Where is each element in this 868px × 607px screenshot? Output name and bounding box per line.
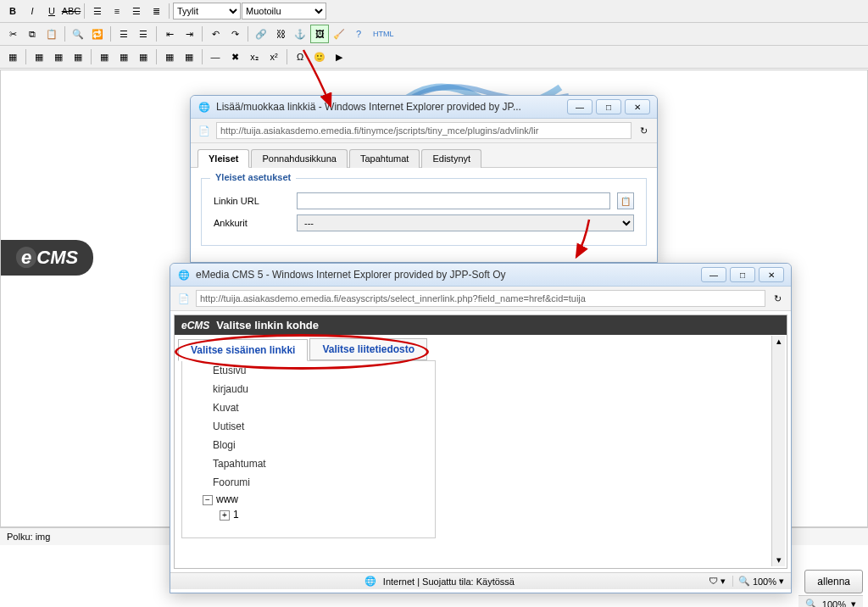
tab-popup[interactable]: Ponnahdusikkuna [251,149,347,168]
status-text: Internet | Suojattu tila: Käytössä [383,576,515,587]
copy-button[interactable]: ⧉ [23,25,42,43]
table-split-button[interactable]: ▦ [180,47,198,66]
page-icon: 📄 [177,292,191,305]
redo-button[interactable]: ↷ [225,25,244,43]
refresh-icon[interactable]: ↻ [637,124,650,137]
page-zoom[interactable]: 🔍 100% ▾ [798,595,863,607]
refresh-icon[interactable]: ↻ [771,292,784,305]
editor-toolbar-row1: B I U ABC ☰ ≡ ☰ ≣ Tyylit Muotoilu [0,0,868,23]
format-select[interactable]: Muotoilu [242,3,326,19]
link-dialog: 🌐 Lisää/muokkaa linkkiä - Windows Intern… [190,95,658,263]
tree-item[interactable]: Tapahtumat [182,454,435,473]
media-button[interactable]: ▶ [330,47,348,66]
protected-mode-icon[interactable]: 🛡 ▾ [709,576,726,587]
paste-button[interactable]: 📋 [42,25,61,43]
address-input[interactable] [216,122,632,139]
tree-item[interactable]: Kuvat [182,398,435,417]
anchor-button[interactable]: ⚓ [291,25,309,43]
select-dialog-title: eMedia CMS 5 - Windows Internet Explorer… [196,269,696,281]
select-dialog-addressbar: 📄 ↻ [170,287,791,311]
link-button[interactable]: 🔗 [252,25,270,43]
bullets-button[interactable]: ☰ [114,25,133,43]
ecms-small-logo: eCMS [181,320,209,331]
table-col-after-button[interactable]: ▦ [114,47,133,66]
align-right-button[interactable]: ☰ [127,2,146,20]
minimize-button[interactable]: — [701,267,726,282]
cms-logo: eCMS [1,240,93,276]
editor-toolbar-row2: ✂ ⧉ 📋 🔍 🔁 ☰ ☰ ⇤ ⇥ ↶ ↷ 🔗 ⛓ ⚓ 🖼 🧹 ? HTML [0,23,868,46]
tree-item[interactable]: kirjaudu [182,380,435,398]
tree-item[interactable]: Etusivu [182,361,435,380]
help-button[interactable]: ? [349,25,368,43]
tab-advanced[interactable]: Edistynyt [421,149,481,168]
underline-button[interactable]: U [42,2,61,20]
sup-button[interactable]: x² [264,47,283,66]
numbering-button[interactable]: ☰ [134,25,153,43]
expand-icon[interactable]: + [220,510,230,521]
address-input[interactable] [196,290,765,307]
sub-button[interactable]: x₂ [245,47,264,66]
ie-icon: 🌐 [198,100,211,114]
cleanup-button[interactable]: 🧹 [330,25,348,43]
align-justify-button[interactable]: ≣ [147,2,165,20]
align-left-button[interactable]: ☰ [88,2,107,20]
path-label: Polku: img [7,532,50,542]
tab-internal-link[interactable]: Valitse sisäinen linkki [178,339,308,361]
anchor-select[interactable]: --- [297,214,634,231]
globe-icon: 🌐 [364,576,376,587]
image-button[interactable]: 🖼 [310,25,329,43]
table-merge-button[interactable]: ▦ [160,47,179,66]
outdent-button[interactable]: ⇤ [160,25,179,43]
styles-select[interactable]: Tyylit [173,3,241,19]
collapse-icon[interactable]: − [203,495,213,505]
table-delete-row-button[interactable]: ▦ [69,47,87,66]
link-tree[interactable]: Etusivu kirjaudu Kuvat Uutiset Blogi Tap… [181,360,436,538]
ie-icon: 🌐 [177,268,191,281]
tree-child[interactable]: +1 [182,507,435,522]
strike-button[interactable]: ABC [62,2,81,20]
zoom-control[interactable]: 🔍 100% ▾ [732,576,784,587]
table-col-before-button[interactable]: ▦ [95,47,114,66]
italic-button[interactable]: I [23,2,42,20]
align-center-button[interactable]: ≡ [108,2,126,20]
emoticon-button[interactable]: 🙂 [310,47,329,66]
tree-group[interactable]: −www [182,492,435,507]
link-dialog-tabs: Yleiset Ponnahdusikkuna Tapahtumat Edist… [191,143,657,168]
table-button[interactable]: ▦ [3,47,22,66]
close-button[interactable]: ✕ [759,267,784,282]
char-button[interactable]: Ω [291,47,309,66]
close-button[interactable]: ✕ [625,99,650,114]
maximize-button[interactable]: □ [730,267,755,282]
find-button[interactable]: 🔍 [69,25,87,43]
undo-button[interactable]: ↶ [206,25,225,43]
replace-button[interactable]: 🔁 [88,25,107,43]
general-fieldset: Yleiset asetukset Linkin URL 📋 Ankkurit … [201,178,647,246]
tab-events[interactable]: Tapahtumat [349,149,420,168]
table-row-after-button[interactable]: ▦ [49,47,68,66]
cut-button[interactable]: ✂ [3,25,22,43]
select-dialog-titlebar[interactable]: 🌐 eMedia CMS 5 - Windows Internet Explor… [170,264,791,287]
indent-button[interactable]: ⇥ [180,25,198,43]
tab-general[interactable]: Yleiset [198,149,249,168]
unlink-button[interactable]: ⛓ [271,25,290,43]
tree-item[interactable]: Uutiset [182,417,435,436]
tab-attachment[interactable]: Valitse liitetiedosto [309,338,427,360]
tree-item[interactable]: Foorumi [182,473,435,492]
minimize-button[interactable]: — [567,99,593,114]
hr-button[interactable]: — [206,47,225,66]
link-dialog-titlebar[interactable]: 🌐 Lisää/muokkaa linkkiä - Windows Intern… [191,96,657,119]
bold-button[interactable]: B [3,2,22,20]
table-delete-col-button[interactable]: ▦ [134,47,153,66]
browse-button[interactable]: 📋 [617,192,634,209]
url-input[interactable] [297,192,610,209]
scrollbar[interactable]: ▴ ▾ [771,336,785,566]
html-button[interactable]: HTML [369,25,398,43]
tree-item[interactable]: Blogi [182,436,435,454]
select-dialog-statusbar: 🌐 Internet | Suojattu tila: Käytössä 🛡 ▾… [170,572,791,589]
maximize-button[interactable]: □ [596,99,621,114]
remove-format-button[interactable]: ✖ [225,47,244,66]
editor-toolbar-row3: ▦ ▦ ▦ ▦ ▦ ▦ ▦ ▦ ▦ — ✖ x₂ x² Ω 🙂 ▶ [0,46,868,69]
table-row-before-button[interactable]: ▦ [30,47,48,66]
save-button[interactable]: allenna [804,570,863,593]
link-dialog-title: Lisää/muokkaa linkkiä - Windows Internet… [216,101,562,113]
